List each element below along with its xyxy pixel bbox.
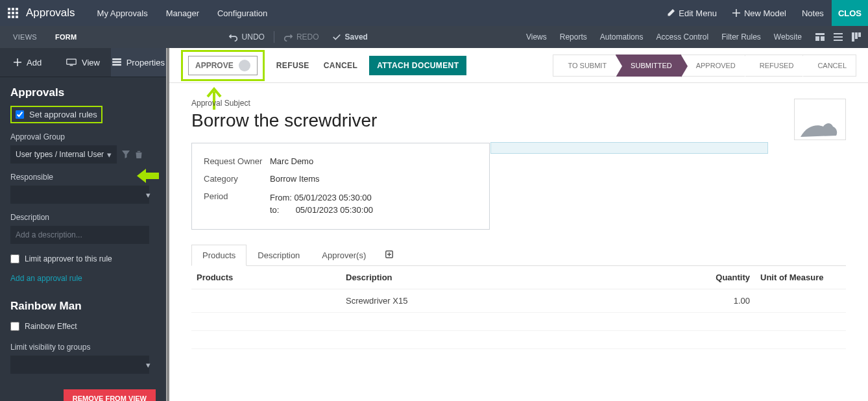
svg-rect-5 xyxy=(16,12,18,14)
status-bar: TO SUBMIT SUBMITTED APPROVED REFUSED CAN… xyxy=(553,55,856,77)
form-sheet: Approval Subject Borrow the screwdriver … xyxy=(169,83,868,356)
table-row[interactable]: Screwdriver X15 1.00 xyxy=(191,289,846,313)
undo-button[interactable]: UNDO xyxy=(223,31,271,43)
period-from: From: 05/01/2023 05:30:00 xyxy=(270,191,373,204)
monitor-icon xyxy=(66,58,77,66)
rainbow-effect-checkbox[interactable] xyxy=(10,322,19,331)
form-label[interactable]: FORM xyxy=(46,33,86,41)
refuse-button[interactable]: REFUSE xyxy=(274,57,312,74)
status-submitted[interactable]: SUBMITTED xyxy=(616,55,682,77)
limit-approver-checkbox[interactable] xyxy=(10,254,19,263)
nav-my-approvals[interactable]: My Approvals xyxy=(88,8,157,18)
tab-add[interactable]: Add xyxy=(0,48,55,77)
description-input[interactable] xyxy=(10,226,149,244)
limit-visibility-label: Limit visibility to groups xyxy=(10,343,156,352)
period-value[interactable]: From: 05/01/2023 05:30:00 to: 05/01/2023… xyxy=(270,191,373,216)
status-cancel[interactable]: CANCEL xyxy=(802,55,856,77)
link-automations[interactable]: Automations xyxy=(594,32,650,42)
link-access-control[interactable]: Access Control xyxy=(649,32,715,42)
svg-rect-9 xyxy=(815,33,825,35)
set-approval-rules-highlight: Set approval rules xyxy=(10,106,102,123)
svg-rect-15 xyxy=(852,32,854,42)
link-reports[interactable]: Reports xyxy=(553,32,594,42)
cell-description[interactable]: Screwdriver X15 xyxy=(341,289,697,313)
col-uom[interactable]: Unit of Measure xyxy=(755,266,846,289)
notes-button[interactable]: Notes xyxy=(794,8,832,18)
tab-description[interactable]: Description xyxy=(247,245,311,266)
apps-grid-icon[interactable] xyxy=(8,7,19,19)
svg-rect-12 xyxy=(834,33,843,34)
limit-approver-label: Limit approver to this rule xyxy=(25,254,112,263)
top-menu-bar: Approvals My Approvals Manager Configura… xyxy=(0,0,868,26)
section-rainbow-title: Rainbow Man xyxy=(10,300,156,313)
request-owner-value[interactable]: Marc Demo xyxy=(270,156,313,166)
tab-add-label: Add xyxy=(27,58,42,67)
cell-uom[interactable] xyxy=(755,289,846,313)
svg-rect-14 xyxy=(834,40,843,41)
col-quantity[interactable]: Quantity xyxy=(697,266,755,289)
trash-icon[interactable] xyxy=(135,151,143,158)
nav-configuration[interactable]: Configuration xyxy=(208,8,276,18)
form-view-icon[interactable] xyxy=(815,32,825,42)
app-brand[interactable]: Approvals xyxy=(26,6,75,19)
new-model-button[interactable]: New Model xyxy=(725,8,794,18)
table-row-empty[interactable] xyxy=(191,313,846,331)
request-owner-label: Request Owner xyxy=(204,156,270,166)
views-label[interactable]: VIEWS xyxy=(0,33,46,41)
redo-button[interactable]: REDO xyxy=(277,31,326,43)
studio-toolbar: VIEWS FORM UNDO REDO Saved Views Reports… xyxy=(0,26,868,48)
svg-rect-7 xyxy=(12,16,14,18)
edit-menu-button[interactable]: Edit Menu xyxy=(659,8,725,18)
close-button[interactable]: CLOS xyxy=(832,0,868,26)
tab-properties[interactable]: Properties xyxy=(111,48,166,77)
plus-icon xyxy=(385,250,393,258)
tab-view[interactable]: View xyxy=(55,48,110,77)
cell-quantity[interactable]: 1.00 xyxy=(697,289,755,313)
table-row-empty[interactable] xyxy=(191,331,846,349)
kanban-view-icon[interactable] xyxy=(851,32,862,42)
subject-value[interactable]: Borrow the screwdriver xyxy=(191,110,846,131)
approve-button[interactable]: APPROVE xyxy=(188,56,258,75)
add-approval-rule-link[interactable]: Add an approval rule xyxy=(10,274,82,283)
link-filter-rules[interactable]: Filter Rules xyxy=(715,32,767,42)
svg-rect-20 xyxy=(112,61,121,63)
list-view-icon[interactable] xyxy=(833,32,843,42)
approval-group-select[interactable]: User types / Internal User xyxy=(10,145,117,164)
filter-icon[interactable] xyxy=(122,151,130,158)
period-label: Period xyxy=(204,191,270,216)
subject-label: Approval Subject xyxy=(191,99,846,108)
col-products[interactable]: Products xyxy=(191,266,341,289)
cell-product[interactable] xyxy=(191,289,341,313)
remove-from-view-button[interactable]: REMOVE FROM VIEW xyxy=(64,389,156,401)
svg-rect-13 xyxy=(834,36,843,38)
period-to-label: to: xyxy=(270,205,293,215)
link-views[interactable]: Views xyxy=(520,32,553,42)
status-refused[interactable]: REFUSED xyxy=(745,55,804,77)
divider xyxy=(274,31,274,43)
cancel-button[interactable]: CANCEL xyxy=(321,57,360,74)
responsible-select[interactable] xyxy=(10,186,149,204)
svg-rect-10 xyxy=(815,36,819,41)
nav-manager[interactable]: Manager xyxy=(157,8,208,18)
section-approvals-title: Approvals xyxy=(10,86,156,99)
status-approved[interactable]: APPROVED xyxy=(681,55,745,77)
svg-rect-6 xyxy=(8,16,10,18)
attach-document-button[interactable]: ATTACH DOCUMENT xyxy=(369,56,466,75)
approve-label: APPROVE xyxy=(195,61,234,70)
link-website[interactable]: Website xyxy=(767,32,808,42)
set-approval-rules-checkbox[interactable] xyxy=(16,110,24,119)
drop-target-overlay xyxy=(490,142,768,154)
col-description[interactable]: Description xyxy=(341,266,697,289)
responsible-label: Responsible xyxy=(10,173,156,182)
tab-approvers[interactable]: Approver(s) xyxy=(311,245,377,266)
tab-products[interactable]: Products xyxy=(191,245,247,266)
set-approval-rules-label: Set approval rules xyxy=(29,110,97,119)
status-to-submit[interactable]: TO SUBMIT xyxy=(553,55,616,77)
limit-visibility-select[interactable] xyxy=(10,356,149,374)
category-value[interactable]: Borrow Items xyxy=(270,174,320,184)
redo-icon xyxy=(283,32,293,42)
record-image[interactable] xyxy=(794,99,846,140)
tab-view-label: View xyxy=(82,58,100,67)
tab-add-page[interactable] xyxy=(377,245,402,266)
approval-group-label: Approval Group xyxy=(10,132,156,141)
